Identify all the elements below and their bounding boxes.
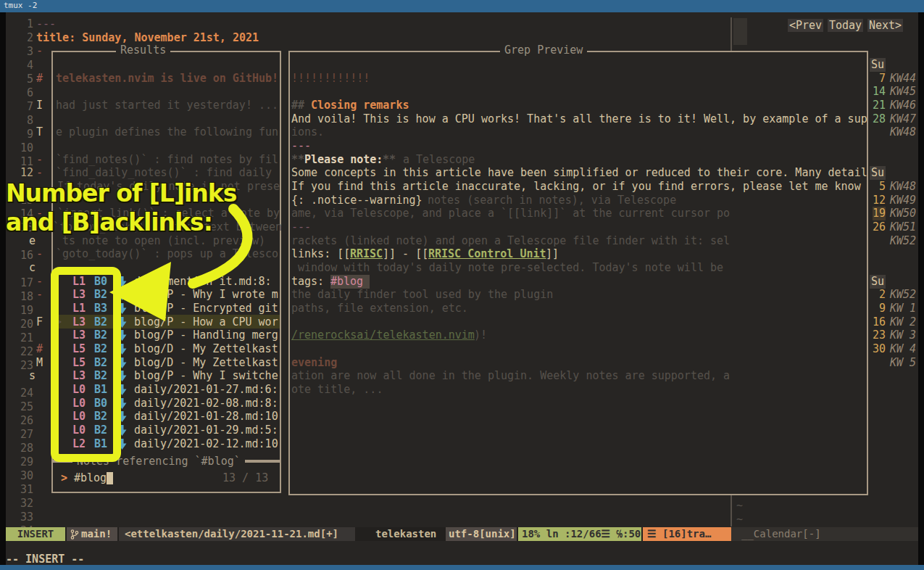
result-text: daily/2021-01-27.md:6: (134, 383, 278, 397)
dim-buffer-line: telekasten.nvim is live on GitHub! (56, 72, 278, 86)
calendar-sunday[interactable]: 28 (873, 112, 886, 126)
cursor-position: 18% ln :12/66☰ ℅:50 (518, 527, 641, 541)
result-text: daily/2021-01-28.md:10 (134, 410, 278, 424)
repo-link: /renerocksai/telekasten.nvim (291, 329, 475, 342)
result-text: daily/2021-02-12.md:10 (134, 437, 278, 451)
buffer-edge-char: - (36, 153, 43, 167)
calendar-sunday[interactable]: 16 (873, 315, 886, 329)
buffer-edge-char: M (36, 356, 43, 370)
whitespace-warning: ☰ [16]tra… (643, 527, 731, 541)
calendar-sunday[interactable]: 7 (873, 72, 886, 86)
preview-dim-line: paths, file extension, etc. (291, 302, 468, 315)
result-text: daily/2021-02-08.md:8: (134, 397, 278, 410)
calendar-next-button[interactable]: Next> (867, 19, 903, 32)
buffer-edge-char: - (36, 275, 43, 289)
calendar-sunday-header: Su (870, 275, 886, 289)
buffer-edge-char: # (36, 72, 43, 86)
empty-line-tilde: ~ (736, 499, 743, 513)
tags-label: tags: (291, 275, 330, 289)
calendar-week-number: KW48 (890, 125, 916, 139)
preview-dim-fragment: )! (474, 329, 487, 342)
preview-dim-line: ame, via Telescope, and place a `[[link]… (291, 207, 730, 220)
result-count: 13 / 13 (222, 471, 268, 485)
empty-line-tilde: ~ (736, 513, 743, 526)
links-line-prefix: links: [[ (291, 247, 350, 261)
buffer-edge-char: - (36, 166, 43, 180)
calendar-week-number: KW45 (890, 85, 916, 99)
tmux-terminal-window: { "titlebar": { "title": "tmux -2" }, "a… (0, 0, 924, 570)
line-number-current: 12 (7, 166, 33, 180)
calendar-sign-block (733, 18, 747, 45)
calendar-week-number: KW 2 (890, 315, 916, 329)
frontmatter-dashes: --- (291, 139, 311, 153)
wiki-link[interactable]: RRISC (350, 247, 383, 261)
buffer-edge-char: F (36, 315, 43, 329)
preview-text-line: Some concepts in this article have been … (291, 166, 867, 180)
preview-dim-line: rackets (linked note) and open a Telesco… (291, 234, 730, 248)
search-input[interactable]: #blog (74, 471, 107, 485)
mode-indicator: INSERT (6, 527, 65, 541)
filetype-label: telekasten (370, 527, 442, 541)
preview-dim-line: ote title, ... (291, 383, 383, 397)
calendar-sunday[interactable]: 12 (873, 194, 886, 207)
result-text: blog/P - Encrypted git (134, 302, 278, 315)
preview-dim-line: --- (291, 220, 311, 234)
calendar-week-number: KW49 (890, 194, 916, 207)
tag-match-highlight: #blog (330, 275, 370, 289)
calendar-prev-button[interactable]: <Prev (788, 19, 823, 32)
calendar-sunday[interactable]: 9 (873, 302, 886, 315)
preview-text-line: And voila! This is how a CPU works! That… (291, 112, 867, 126)
bold-markers: ** (291, 153, 304, 167)
result-text: daily/2021-01-29.md:5: (134, 424, 278, 437)
file-path: <ettelkasten/daily/2021-11-21.md[+] (119, 527, 355, 541)
calendar-week-number: KW52 (890, 234, 916, 248)
result-text: blog/P - Handling merg (134, 329, 278, 342)
calendar-sunday[interactable]: 21 (873, 99, 886, 112)
calendar-sunday[interactable]: 30 (873, 342, 886, 356)
titlebar: tmux -2 (0, 0, 924, 12)
buffer-edge-char: - (36, 247, 43, 261)
calendar-week-number: KW51 (890, 220, 916, 234)
calendar-sunday[interactable]: 14 (873, 85, 886, 99)
preview-dim-heading: evening (291, 356, 337, 370)
buffer-edge-char: # (36, 342, 43, 356)
preview-dim-line: the daily finder tool used by the plugin (291, 288, 553, 302)
bold-markers: ** (383, 153, 396, 167)
bold-text: Please note: (304, 153, 383, 167)
wiki-link[interactable]: RRISC Control Unit (428, 247, 546, 261)
calendar-week-number: KW 1 (890, 302, 916, 315)
dim-buffer-line: had just started it yesterday! ... (56, 99, 278, 112)
calendar-week-number: KW44 (890, 72, 916, 86)
buffer-edge-char: I (36, 99, 43, 112)
buffer-edge-char: - (36, 44, 43, 58)
calendar-sunday-header: Su (870, 58, 886, 72)
result-text: blog/P - How a CPU wor (134, 315, 278, 329)
calendar-sunday[interactable]: 23 (873, 329, 886, 342)
mode-message: -- INSERT -- (6, 553, 84, 566)
preview-dim-line: ation are now all done in the plugin. We… (291, 369, 730, 383)
preview-dim-line: ions. (291, 125, 324, 139)
calendar-sunday[interactable]: 26 (873, 220, 886, 234)
result-text: blog/P - Why I wrote m (134, 288, 278, 302)
markdown-heading: Closing remarks (311, 99, 409, 112)
result-text: blog/D - My Zettelkast (134, 342, 278, 356)
result-text: do i mention it.md:8: (134, 275, 272, 289)
calendar-sunday[interactable]: 2 (873, 288, 886, 302)
annotation-text-line1: Number of [L]inks (6, 179, 236, 207)
result-text: blog/D - My Zettelkast (134, 356, 278, 370)
preview-dim-fragment: notes (search in notes), via Telescope (428, 194, 676, 207)
calendar-week-number: KW 3 (890, 329, 916, 342)
calendar-sunday-highlighted[interactable]: 19 (873, 207, 886, 220)
text-cursor (107, 472, 113, 484)
buffer-edge-char: c (29, 261, 36, 275)
calendar-sunday[interactable]: 5 (873, 180, 886, 194)
calendar-week-number: KW 4 (890, 342, 916, 356)
preview-dim-line: !!!!!!!!!!!! (291, 72, 370, 86)
calendar-today-button[interactable]: Today (828, 19, 863, 32)
preview-window-title: Grep Preview (500, 44, 587, 57)
titlebar-text: tmux -2 (4, 1, 37, 10)
links-line-mid: ]] - [[ (383, 247, 428, 261)
markdown-heading-hashes: ## (291, 99, 311, 112)
buffer-edge-char: T (36, 125, 43, 139)
links-line-suffix: ]] (546, 247, 559, 261)
